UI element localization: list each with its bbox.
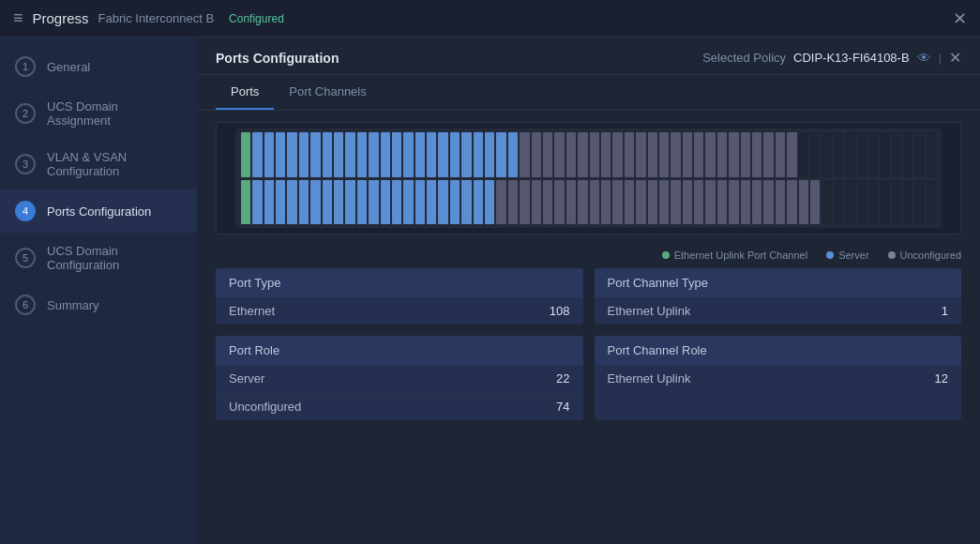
port-cell-r2-c24[interactable] [508, 180, 518, 225]
port-cell-r2-c16[interactable] [415, 180, 425, 225]
port-cell-r2-c47[interactable] [776, 180, 785, 225]
port-cell-r1-c10[interactable] [345, 132, 354, 177]
port-cell-r1-c40[interactable] [694, 132, 703, 177]
port-cell-r1-c46[interactable] [763, 132, 773, 177]
port-cell-r2-c60[interactable] [927, 180, 936, 225]
port-cell-r1-c21[interactable] [474, 132, 483, 177]
port-cell-r2-c37[interactable] [659, 180, 669, 225]
port-cell-r2-c23[interactable] [496, 180, 505, 225]
port-cell-r2-c50[interactable] [810, 180, 820, 225]
port-cell-r2-c43[interactable] [729, 180, 738, 225]
port-cell-r1-c34[interactable] [625, 132, 634, 177]
port-cell-r1-c58[interactable] [903, 132, 912, 177]
port-cell-r1-c20[interactable] [461, 132, 471, 177]
port-cell-r1-c14[interactable] [392, 132, 401, 177]
port-cell-r1-c56[interactable] [880, 132, 889, 177]
port-cell-r2-c27[interactable] [543, 180, 552, 225]
port-cell-r2-c22[interactable] [485, 180, 494, 225]
port-cell-r1-c24[interactable] [508, 132, 518, 177]
port-cell-r1-c15[interactable] [403, 132, 413, 177]
port-cell-r2-c44[interactable] [741, 180, 750, 225]
eye-icon[interactable]: 👁 [917, 50, 931, 66]
port-cell-r2-c45[interactable] [752, 180, 761, 225]
port-cell-r2-c17[interactable] [427, 180, 436, 225]
port-cell-r2-c56[interactable] [880, 180, 889, 225]
port-cell-r2-c12[interactable] [369, 180, 378, 225]
port-cell-r1-c38[interactable] [671, 132, 680, 177]
port-cell-r1-c48[interactable] [787, 132, 796, 177]
port-cell-r1-c6[interactable] [299, 132, 309, 177]
port-cell-r2-c20[interactable] [461, 180, 471, 225]
port-cell-r1-c1[interactable] [241, 132, 250, 177]
port-cell-r2-c21[interactable] [474, 180, 483, 225]
port-cell-r1-c41[interactable] [705, 132, 715, 177]
port-cell-r1-c36[interactable] [648, 132, 657, 177]
header-close-button[interactable]: ✕ [953, 8, 967, 29]
port-cell-r2-c53[interactable] [845, 180, 854, 225]
port-cell-r1-c39[interactable] [683, 132, 692, 177]
port-cell-r2-c19[interactable] [450, 180, 460, 225]
port-cell-r1-c12[interactable] [369, 132, 378, 177]
port-cell-r2-c51[interactable] [822, 180, 831, 225]
port-cell-r2-c3[interactable] [264, 180, 274, 225]
port-cell-r1-c17[interactable] [427, 132, 436, 177]
port-cell-r2-c36[interactable] [648, 180, 657, 225]
port-cell-r1-c2[interactable] [252, 132, 262, 177]
port-cell-r2-c14[interactable] [392, 180, 401, 225]
port-cell-r2-c49[interactable] [799, 180, 808, 225]
port-cell-r2-c7[interactable] [310, 180, 320, 225]
port-cell-r2-c54[interactable] [857, 180, 867, 225]
port-cell-r2-c10[interactable] [345, 180, 354, 225]
sidebar-item-ucs-domain-assignment[interactable]: 2 UCS Domain Assignment [0, 88, 197, 139]
sidebar-item-summary[interactable]: 6 Summary [0, 283, 197, 326]
port-cell-r2-c31[interactable] [590, 180, 599, 225]
port-cell-r1-c42[interactable] [717, 132, 727, 177]
port-cell-r2-c15[interactable] [403, 180, 413, 225]
port-cell-r2-c2[interactable] [252, 180, 262, 225]
port-cell-r2-c13[interactable] [381, 180, 390, 225]
port-cell-r1-c29[interactable] [566, 132, 576, 177]
port-cell-r2-c8[interactable] [323, 180, 332, 225]
sidebar-item-ucs-domain-configuration[interactable]: 5 UCS Domain Configuration [0, 233, 197, 283]
port-cell-r2-c6[interactable] [299, 180, 309, 225]
tab-ports[interactable]: Ports [216, 75, 274, 110]
port-cell-r1-c53[interactable] [845, 132, 854, 177]
port-cell-r1-c9[interactable] [334, 132, 343, 177]
port-cell-r1-c25[interactable] [520, 132, 529, 177]
port-cell-r1-c50[interactable] [810, 132, 820, 177]
port-cell-r1-c60[interactable] [927, 132, 936, 177]
port-cell-r2-c1[interactable] [241, 180, 250, 225]
port-cell-r1-c19[interactable] [450, 132, 460, 177]
port-cell-r1-c37[interactable] [659, 132, 669, 177]
port-cell-r2-c18[interactable] [438, 180, 447, 225]
port-cell-r2-c55[interactable] [868, 180, 878, 225]
port-cell-r2-c39[interactable] [683, 180, 692, 225]
sidebar-item-general[interactable]: 1 General [0, 45, 197, 88]
port-cell-r2-c57[interactable] [892, 180, 901, 225]
port-cell-r1-c52[interactable] [834, 132, 843, 177]
port-cell-r1-c18[interactable] [438, 132, 447, 177]
port-cell-r2-c29[interactable] [566, 180, 576, 225]
port-cell-r1-c22[interactable] [485, 132, 494, 177]
port-cell-r1-c31[interactable] [590, 132, 599, 177]
port-cell-r2-c59[interactable] [914, 180, 924, 225]
port-cell-r1-c49[interactable] [799, 132, 808, 177]
port-cell-r1-c51[interactable] [822, 132, 831, 177]
port-cell-r2-c4[interactable] [276, 180, 285, 225]
port-cell-r1-c59[interactable] [914, 132, 924, 177]
tab-port-channels[interactable]: Port Channels [274, 75, 381, 110]
port-cell-r1-c5[interactable] [287, 132, 296, 177]
port-cell-r2-c42[interactable] [717, 180, 727, 225]
port-cell-r1-c7[interactable] [310, 132, 320, 177]
sidebar-item-ports-configuration[interactable]: 4 Ports Configuration [0, 189, 197, 233]
policy-close-button[interactable]: ✕ [949, 49, 961, 67]
port-cell-r2-c52[interactable] [834, 180, 843, 225]
port-cell-r2-c40[interactable] [694, 180, 703, 225]
port-cell-r2-c38[interactable] [671, 180, 680, 225]
port-cell-r1-c26[interactable] [532, 132, 541, 177]
port-cell-r1-c3[interactable] [264, 132, 274, 177]
port-cell-r2-c26[interactable] [532, 180, 541, 225]
port-cell-r2-c32[interactable] [601, 180, 611, 225]
port-cell-r2-c34[interactable] [625, 180, 634, 225]
port-cell-r2-c11[interactable] [357, 180, 367, 225]
